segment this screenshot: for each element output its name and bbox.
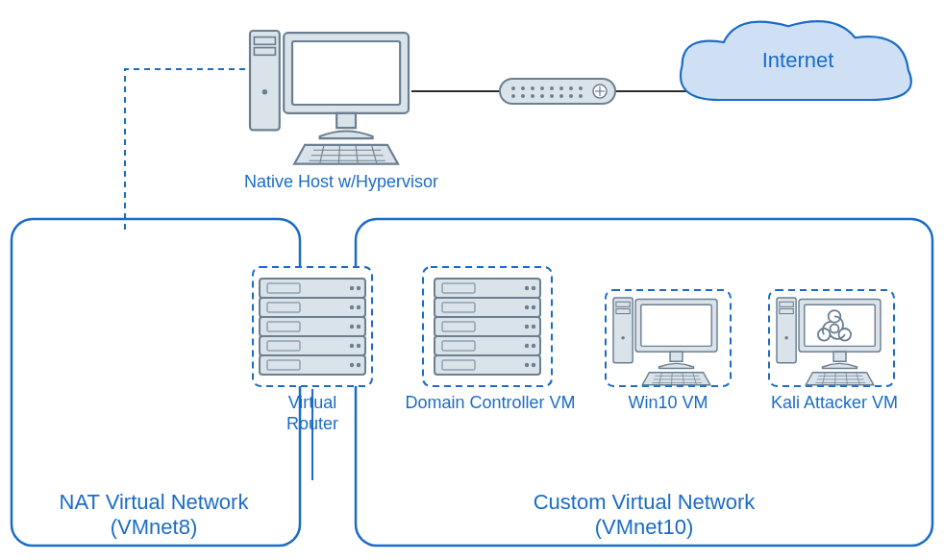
kali-attacker-vm-node bbox=[769, 290, 894, 386]
link-host-nat bbox=[125, 69, 256, 231]
win10-vm-label: Win10 VM bbox=[628, 393, 708, 412]
custom-network-title-line1: Custom Virtual Network bbox=[534, 490, 757, 514]
kali-attacker-vm-label: Kali Attacker VM bbox=[771, 393, 898, 412]
virtual-router-label-1: Virtual bbox=[288, 393, 337, 412]
modem-icon bbox=[500, 79, 615, 104]
native-host-label: Native Host w/Hypervisor bbox=[244, 172, 438, 191]
nat-network-title-line1: NAT Virtual Network bbox=[60, 490, 250, 514]
virtual-router-node bbox=[253, 267, 372, 386]
nat-network-title-line2: (VMnet8) bbox=[111, 515, 197, 539]
network-diagram: Internet Native Host w/Hypervisor NAT Vi… bbox=[0, 0, 944, 560]
virtual-router-label-2: Router bbox=[286, 414, 338, 433]
native-host-icon bbox=[250, 31, 409, 164]
domain-controller-vm-label: Domain Controller VM bbox=[405, 393, 575, 412]
custom-network-title-line2: (VMnet10) bbox=[595, 515, 694, 539]
internet-label: Internet bbox=[762, 48, 834, 72]
domain-controller-vm-node bbox=[423, 267, 552, 386]
win10-vm-node bbox=[606, 290, 731, 386]
